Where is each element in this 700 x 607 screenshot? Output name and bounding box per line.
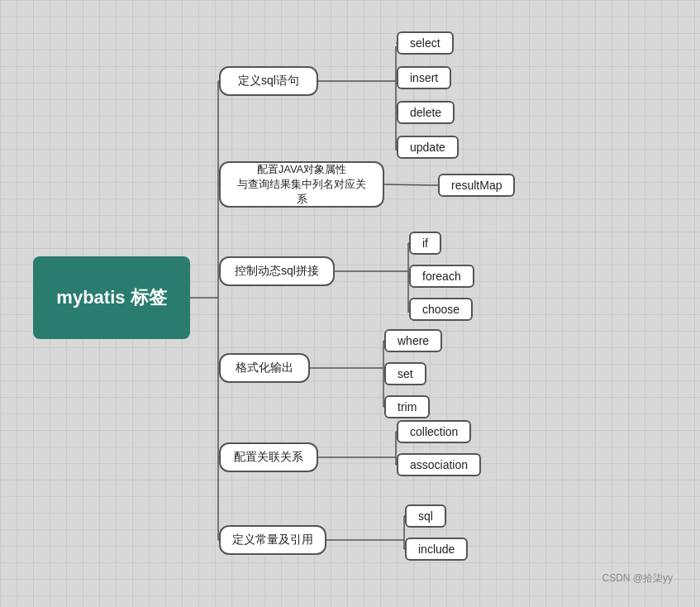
leaf-if: if (409, 232, 441, 255)
leaf-collection: collection (397, 420, 471, 443)
leaf-insert: insert (397, 66, 451, 89)
branch-label: 定义常量及引用 (232, 533, 313, 547)
leaf-where: where (384, 329, 442, 352)
branch-label: 控制动态sql拼接 (235, 264, 319, 279)
branch-const-ref: 定义常量及引用 (219, 525, 326, 555)
branch-config-java: 配置JAVA对象属性与查询结果集中列名对应关系 (219, 161, 384, 208)
leaf-include: include (405, 538, 468, 561)
leaf-choose: choose (409, 298, 473, 321)
svg-line-14 (384, 184, 438, 185)
diagram-container: mybatis 标签 定义sql语句 配置JAVA对象属性与查询结果集中列名对应… (17, 17, 686, 595)
leaf-set: set (384, 362, 426, 385)
leaf-trim: trim (384, 395, 430, 418)
branch-label: 定义sql语句 (238, 74, 299, 88)
leaf-foreach: foreach (409, 265, 474, 288)
leaf-update: update (397, 136, 459, 159)
leaf-select: select (397, 31, 454, 55)
leaf-sql: sql (405, 504, 446, 528)
watermark: CSDN @拾柒yy (602, 571, 673, 585)
branch-dynamic-sql: 控制动态sql拼接 (219, 256, 335, 286)
branch-label: 格式化输出 (236, 361, 293, 375)
leaf-delete: delete (397, 101, 455, 124)
branch-label: 配置JAVA对象属性与查询结果集中列名对应关系 (232, 162, 371, 208)
branch-label: 配置关联关系 (234, 450, 303, 465)
branch-association: 配置关联关系 (219, 442, 318, 472)
root-node: mybatis 标签 (33, 256, 190, 339)
branch-define-sql: 定义sql语句 (219, 66, 318, 96)
leaf-resultmap: resultMap (438, 174, 515, 197)
leaf-association: association (397, 453, 481, 476)
branch-format-output: 格式化输出 (219, 353, 310, 383)
root-label: mybatis 标签 (56, 285, 166, 310)
